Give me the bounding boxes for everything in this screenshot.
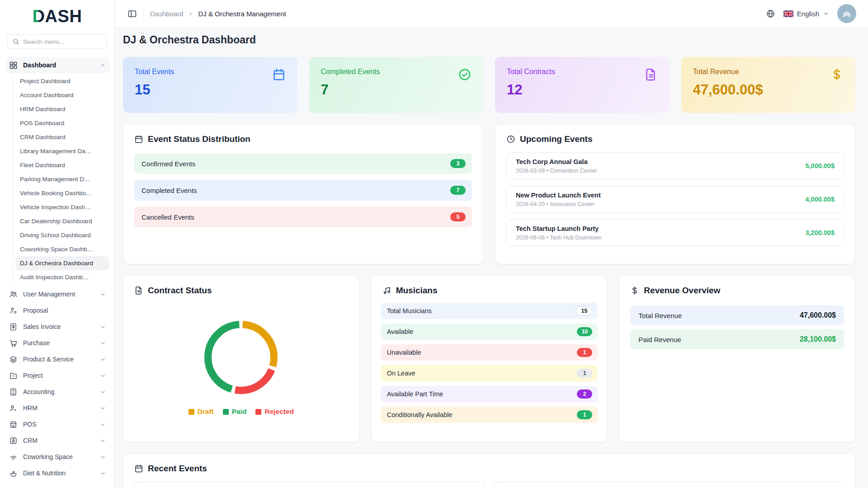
- chevron-down-icon: [99, 356, 106, 363]
- music-note-icon: [382, 286, 392, 295]
- upcoming-event-item: Tech Startup Launch Party 2026-06-08 • T…: [506, 219, 844, 246]
- sidebar-item-coworking-space[interactable]: Coworking Space: [5, 449, 110, 465]
- sidebar-subitem-dj-orchestra-dashboard[interactable]: DJ & Orchestra Dashboard: [15, 256, 109, 270]
- legend-draft: Draft: [189, 408, 214, 416]
- sidebar-subitem-car-dealership-dashboard[interactable]: Car Dealership Dashboard: [15, 214, 109, 228]
- logo-text: ASH: [45, 7, 82, 26]
- sidebar-subitem-pos-dashboard[interactable]: POS Dashboard: [15, 116, 109, 130]
- revenue-overview-card: Revenue Overview Total Revenue 47,600.00…: [619, 275, 855, 442]
- cart-icon: [9, 339, 18, 347]
- sidebar-item-pos[interactable]: POS: [5, 416, 110, 432]
- store-icon: [9, 420, 18, 429]
- sidebar-item-hrm[interactable]: HRM: [5, 400, 110, 416]
- sidebar-subitem-driving-school-dashboard[interactable]: Driving School Dashboard: [15, 228, 109, 242]
- page-title: DJ & Orchestra Dashboard: [123, 34, 855, 46]
- wifi-icon: [9, 453, 18, 461]
- recent-events-card: Recent Events: [123, 453, 855, 488]
- musicians-row-part-time: Available Part Time 2: [381, 386, 598, 402]
- check-circle-icon: [458, 68, 472, 81]
- user-gear-icon: [9, 306, 18, 315]
- app-logo: DASH: [0, 0, 114, 28]
- globe-button[interactable]: [766, 9, 775, 19]
- stat-card-completed-events: Completed Events 7: [309, 57, 484, 113]
- chevron-down-icon: [99, 437, 106, 444]
- chevron-down-icon: [99, 324, 106, 330]
- stat-value: 15: [135, 82, 286, 98]
- chevron-up-icon: [99, 62, 106, 69]
- legend-rejected: Rejected: [255, 408, 294, 416]
- contract-status-donut-chart: [201, 317, 281, 398]
- user-avatar[interactable]: [837, 4, 856, 23]
- recent-events-title: Recent Events: [123, 454, 855, 474]
- topbar: Dashboard DJ & Orchestra Management: [115, 0, 868, 28]
- legend-swatch: [255, 409, 261, 415]
- sidebar-subitem-vehicle-inspection-dashboard[interactable]: Vehicle Inspection Dash…: [15, 200, 109, 214]
- stat-cards: Total Events 15 Completed Events 7 Total…: [123, 57, 855, 113]
- sidebar-subitem-vehicle-booking-dashboard[interactable]: Vehicle Booking Dashbo…: [15, 186, 109, 200]
- status-row-confirmed: Confirmed Events 3: [134, 153, 472, 174]
- sidebar-item-crm[interactable]: CRM: [5, 432, 110, 449]
- sidebar-item-product-service[interactable]: Product & Service: [5, 351, 110, 367]
- chevron-down-icon: [99, 405, 106, 412]
- bowl-icon: [9, 469, 18, 478]
- search-input[interactable]: [7, 34, 107, 49]
- revenue-value: 28,100.00$: [800, 335, 836, 343]
- stat-value: 7: [321, 82, 472, 98]
- contract-status-title: Contract Status: [123, 276, 359, 296]
- sidebar-toggle-button[interactable]: [127, 9, 137, 19]
- event-status-card: Event Status Distribution Confirmed Even…: [123, 124, 483, 264]
- sidebar-subitem-hrm-dashboard[interactable]: HRM Dashboard: [15, 102, 109, 116]
- dashboard-submenu: Project Dashboard Account Dashboard HRM …: [5, 74, 110, 284]
- folder-icon: [9, 371, 18, 380]
- upcoming-events-card: Upcoming Events Tech Corp Annual Gala 20…: [495, 124, 855, 264]
- chart-legend: Draft Paid Rejected: [189, 408, 294, 416]
- recent-event-item: [494, 482, 844, 488]
- legend-swatch: [223, 409, 229, 415]
- sidebar-subitem-library-management-dashboard[interactable]: Library Management Da…: [15, 144, 109, 158]
- musicians-row-conditional: Conditionally Available 1: [381, 407, 598, 423]
- file-text-icon: [134, 286, 143, 295]
- stat-label: Total Contracts: [507, 68, 658, 76]
- sidebar-subitem-account-dashboard[interactable]: Account Dashboard: [15, 88, 109, 102]
- chevron-down-icon: [99, 389, 106, 395]
- main-area: Dashboard DJ & Orchestra Management: [115, 0, 868, 488]
- revenue-row-paid: Paid Revenue 28,100.00$: [630, 329, 844, 349]
- sidebar-item-proposal[interactable]: Proposal: [5, 302, 110, 319]
- calendar-icon: [134, 135, 143, 144]
- panel-left-icon: [127, 9, 137, 19]
- sidebar-item-project[interactable]: Project: [5, 367, 110, 384]
- breadcrumb-dashboard[interactable]: Dashboard: [150, 10, 183, 18]
- sidebar-subitem-coworking-space-dashboard[interactable]: Coworking Space Dashb…: [15, 242, 109, 256]
- count-badge: 15: [576, 306, 592, 315]
- musicians-row-total: Total Musicians 15: [381, 303, 598, 319]
- status-row-cancelled: Cancelled Events 5: [134, 206, 472, 227]
- grid-icon: [9, 61, 18, 70]
- sidebar-item-user-management[interactable]: User Management: [5, 286, 110, 302]
- language-selector[interactable]: English: [783, 10, 829, 18]
- sidebar-item-diet-nutrition[interactable]: Diet & Nutrition: [5, 465, 110, 481]
- legend-swatch: [189, 409, 194, 415]
- event-meta: 2026-04-20 • Innovation Center: [516, 201, 601, 207]
- person-dot-icon: [9, 404, 18, 413]
- avatar-logo-icon: [841, 8, 853, 19]
- sidebar-item-accounting[interactable]: Accounting: [5, 384, 110, 400]
- sidebar-subitem-audit-inspection-dashboard[interactable]: Audit Inspection Dashb…: [15, 270, 109, 284]
- musicians-card: Musicians Total Musicians 15 Available 1…: [371, 275, 608, 442]
- sidebar-item-dashboard[interactable]: Dashboard: [5, 57, 110, 73]
- stat-label: Completed Events: [321, 68, 472, 76]
- event-status-title: Event Status Distribution: [123, 124, 483, 144]
- revenue-value: 47,600.00$: [800, 311, 836, 319]
- chevron-right-icon: [188, 11, 193, 17]
- sidebar-subitem-crm-dashboard[interactable]: CRM Dashboard: [15, 130, 109, 144]
- event-name: Tech Corp Annual Gala: [516, 158, 597, 165]
- sidebar-item-sales-invoice[interactable]: Sales Invoice: [5, 319, 110, 335]
- event-meta: 2026-03-09 • Convention Center: [516, 168, 597, 174]
- sidebar-subitem-parking-management-dashboard[interactable]: Parking Management D…: [15, 172, 109, 186]
- contact-card-icon: [9, 436, 18, 445]
- sidebar-item-purchase[interactable]: Purchase: [5, 335, 110, 351]
- sidebar-subitem-project-dashboard[interactable]: Project Dashboard: [15, 74, 109, 88]
- sidebar-subitem-fleet-dashboard[interactable]: Fleet Dashboard: [15, 158, 109, 172]
- dollar-icon: [630, 286, 639, 295]
- stat-card-total-contracts: Total Contracts 12: [495, 57, 670, 113]
- count-badge: 10: [577, 327, 592, 336]
